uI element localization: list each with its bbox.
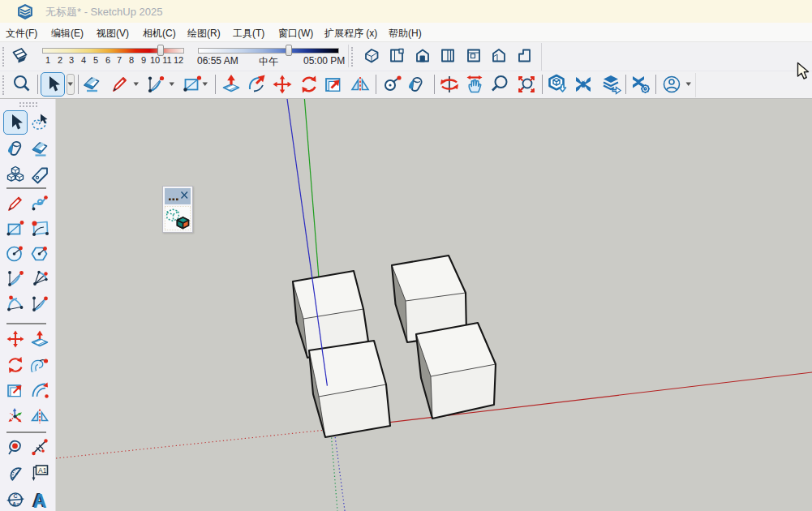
svg-text:A1: A1 bbox=[38, 466, 47, 474]
svg-text:C: C bbox=[14, 493, 18, 499]
svg-text:A: A bbox=[33, 491, 47, 509]
svg-text:A≡: A≡ bbox=[12, 501, 19, 507]
